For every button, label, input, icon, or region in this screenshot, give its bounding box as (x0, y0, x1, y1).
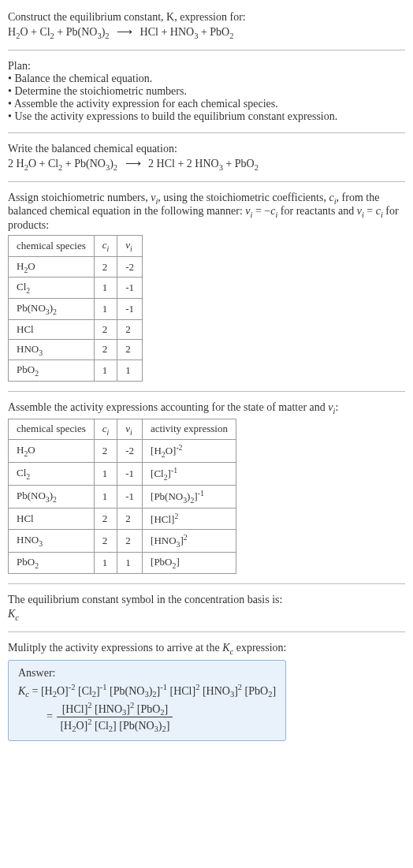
answer-label: Answer: (18, 667, 276, 680)
assign-block: Assign stoichiometric numbers, νi, using… (8, 187, 405, 386)
cell-c: 1 (94, 360, 117, 382)
table-row: HNO3 2 2 (9, 339, 143, 360)
assemble-text-1: Assemble the activity expressions accoun… (8, 401, 328, 413)
multiply-text-2: expression: (233, 642, 286, 654)
cell-species: HCl (9, 319, 95, 339)
table-row: Cl2 1 -1 (9, 278, 143, 299)
cell-v: 2 (117, 530, 143, 553)
cell-v: -1 (117, 485, 143, 508)
cell-c: 1 (94, 278, 117, 299)
col-species: chemical species (9, 419, 95, 440)
intro-text: Construct the equilibrium constant, K, e… (8, 11, 246, 23)
col-ci: ci (94, 419, 117, 440)
col-nui: νi (117, 419, 143, 440)
symbol-block: The equilibrium constant symbol in the c… (8, 589, 405, 627)
cell-v: 2 (117, 508, 143, 529)
cell-c: 2 (94, 339, 117, 360)
cell-v: -1 (117, 298, 143, 319)
cell-c: 2 (94, 319, 117, 339)
kc-expression: Kc = [H2O]-2 [Cl2]-1 [Pb(NO3)2]-1 [HCl]2… (18, 683, 276, 698)
table-row: HNO3 2 2 [HNO3]2 (9, 530, 236, 553)
plan-bullet-3: • Assemble the activity expression for e… (8, 98, 405, 110)
separator (8, 583, 405, 584)
cell-species: Pb(NO3)2 (9, 485, 95, 508)
table-row: Pb(NO3)2 1 -1 [Pb(NO3)2]-1 (9, 485, 236, 508)
col-species: chemical species (9, 236, 95, 257)
intro-block: Construct the equilibrium constant, K, e… (8, 6, 405, 45)
cell-c: 2 (94, 440, 117, 463)
multiply-block: Mulitply the activity expressions to arr… (8, 637, 405, 746)
intro-line: Construct the equilibrium constant, K, e… (8, 11, 405, 24)
cell-species: H2O (9, 256, 95, 278)
assign-text-4: for reactants and (277, 205, 356, 217)
assign-text-2: , using the stoichiometric coefficients, (158, 192, 329, 203)
cell-v: -1 (117, 278, 143, 299)
table-row: HCl 2 2 (9, 319, 143, 339)
cell-v: 2 (117, 319, 143, 339)
cell-v: 1 (117, 553, 143, 574)
cell-species: PbO2 (9, 553, 95, 574)
cell-species: Pb(NO3)2 (9, 298, 95, 319)
cell-species: Cl2 (9, 278, 95, 299)
table-row: Pb(NO3)2 1 -1 (9, 298, 143, 319)
assemble-text-2: : (335, 401, 338, 413)
table-row: H2O 2 -2 [H2O]-2 (9, 440, 236, 463)
cell-c: 2 (94, 256, 117, 278)
table-row: Cl2 1 -1 [Cl2]-1 (9, 463, 236, 486)
balanced-line: Write the balanced chemical equation: (8, 143, 405, 155)
col-activity: activity expression (143, 419, 236, 440)
cell-c: 1 (94, 553, 117, 574)
symbol-line: The equilibrium constant symbol in the c… (8, 594, 405, 606)
cell-activity: [HNO3]2 (143, 530, 236, 553)
assemble-block: Assemble the activity expressions accoun… (8, 397, 405, 579)
cell-v: -2 (117, 440, 143, 463)
cell-c: 1 (94, 485, 117, 508)
unbalanced-equation: H2O + Cl2 + Pb(NO3)2 ⟶ HCl + HNO3 + PbO2 (8, 25, 405, 40)
cell-v: 1 (117, 360, 143, 382)
separator (8, 181, 405, 182)
cell-v: -2 (117, 256, 143, 278)
cell-c: 1 (94, 298, 117, 319)
kc-symbol: Kc (8, 608, 405, 622)
cell-species: Cl2 (9, 463, 95, 486)
cell-species: HNO3 (9, 530, 95, 553)
table-header-row: chemical species ci νi activity expressi… (9, 419, 236, 440)
table-row: HCl 2 2 [HCl]2 (9, 508, 236, 529)
table-header-row: chemical species ci νi (9, 236, 143, 257)
cell-activity: [PbO2] (143, 553, 236, 574)
separator (8, 631, 405, 632)
cell-activity: [Pb(NO3)2]-1 (143, 485, 236, 508)
plan-block: Plan: • Balance the chemical equation. •… (8, 55, 405, 128)
assign-text-1: Assign stoichiometric numbers, (8, 192, 151, 203)
plan-bullet-4: • Use the activity expressions to build … (8, 110, 405, 123)
separator (8, 132, 405, 133)
cell-c: 2 (94, 508, 117, 529)
cell-species: PbO2 (9, 360, 95, 382)
kc-expression-fraction: = [HCl]2 [HNO3]2 [PbO2] [H2O]2 [Cl2] [Pb… (18, 701, 276, 734)
cell-v: 2 (117, 339, 143, 360)
cell-activity: [HCl]2 (143, 508, 236, 529)
cell-species: HNO3 (9, 339, 95, 360)
cell-species: H2O (9, 440, 95, 463)
plan-bullet-2: • Determine the stoichiometric numbers. (8, 85, 405, 98)
cell-c: 2 (94, 530, 117, 553)
stoich-table: chemical species ci νi H2O 2 -2 Cl2 1 -1… (8, 235, 143, 382)
cell-c: 1 (94, 463, 117, 486)
col-nui: νi (117, 236, 143, 257)
cell-activity: [Cl2]-1 (143, 463, 236, 486)
cell-activity: [H2O]-2 (143, 440, 236, 463)
cell-species: HCl (9, 508, 95, 529)
col-ci: ci (94, 236, 117, 257)
cell-v: -1 (117, 463, 143, 486)
balanced-equation: 2 H2O + Cl2 + Pb(NO3)2 ⟶ 2 HCl + 2 HNO3 … (8, 157, 405, 172)
plan-bullet-1: • Balance the chemical equation. (8, 73, 405, 85)
separator (8, 391, 405, 392)
balanced-block: Write the balanced chemical equation: 2 … (8, 138, 405, 177)
table-row: PbO2 1 1 (9, 360, 143, 382)
separator (8, 50, 405, 50)
table-row: PbO2 1 1 [PbO2] (9, 553, 236, 574)
plan-heading: Plan: (8, 60, 405, 73)
multiply-text-1: Mulitply the activity expressions to arr… (8, 642, 222, 654)
answer-box: Answer: Kc = [H2O]-2 [Cl2]-1 [Pb(NO3)2]-… (8, 660, 286, 740)
table-row: H2O 2 -2 (9, 256, 143, 278)
